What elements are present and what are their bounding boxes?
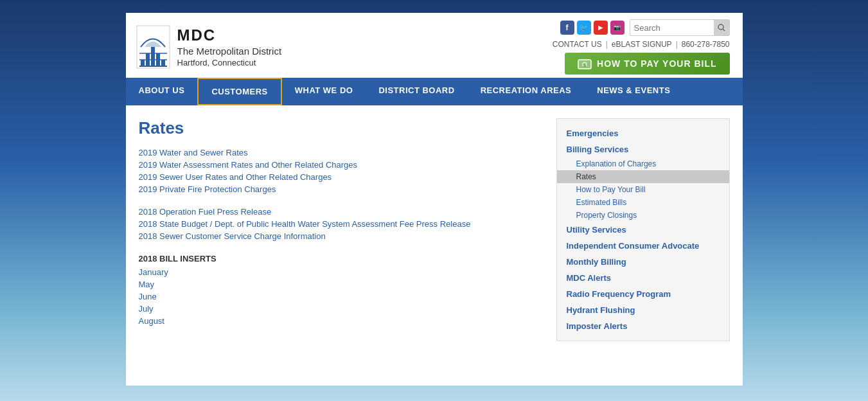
pay-bill-button[interactable]: $ HOW TO PAY YOUR BILL	[565, 53, 729, 75]
nav-what-we-do[interactable]: WHAT WE DO	[282, 78, 366, 105]
nav-news-events[interactable]: NEWS & EVENTS	[584, 78, 683, 105]
insert-may[interactable]: May	[139, 280, 544, 289]
logo-line1: The Metropolitan District	[177, 44, 282, 58]
pipe-1: |	[606, 40, 608, 49]
svg-rect-3	[151, 47, 155, 66]
header-right: f 🐦 ▶ 📷 CONTACT US |	[553, 19, 730, 75]
link-2018-operation-fuel[interactable]: 2018 Operation Fuel Press Release	[139, 207, 544, 217]
instagram-icon[interactable]: 📷	[610, 21, 624, 35]
svg-text:$: $	[583, 63, 587, 68]
sidebar-how-to-pay[interactable]: How to Pay Your Bill	[557, 183, 729, 196]
nav-customers[interactable]: CUSTOMERS	[197, 78, 281, 105]
svg-point-9	[718, 24, 723, 30]
facebook-icon[interactable]: f	[560, 21, 574, 35]
sidebar-billing-services[interactable]: Billing Services	[557, 141, 729, 157]
sidebar-mdc-alerts[interactable]: MDC Alerts	[557, 270, 729, 286]
search-button[interactable]	[714, 20, 729, 35]
sidebar-property-closings[interactable]: Property Closings	[557, 209, 729, 222]
link-2019-water-sewer[interactable]: 2019 Water and Sewer Rates	[139, 148, 544, 157]
sidebar-independent-consumer[interactable]: Independent Consumer Advocate	[557, 238, 729, 254]
contact-row: CONTACT US | eBLAST SIGNUP | 860-278-785…	[553, 40, 730, 49]
contact-us-link[interactable]: CONTACT US	[553, 40, 602, 49]
sidebar-emergencies[interactable]: Emergencies	[557, 125, 729, 141]
sidebar-estimated-bills[interactable]: Estimated Bills	[557, 196, 729, 209]
sidebar-explanation-charges[interactable]: Explanation of Charges	[557, 157, 729, 170]
main-navigation: ABOUT US CUSTOMERS WHAT WE DO DISTRICT B…	[126, 78, 743, 105]
link-2019-sewer-user[interactable]: 2019 Sewer User Rates and Other Related …	[139, 172, 544, 182]
logo-line2: Hartford, Connecticut	[177, 58, 282, 67]
page-title: Rates	[139, 118, 544, 138]
main-content: Rates 2019 Water and Sewer Rates 2019 Wa…	[139, 118, 544, 350]
insert-january[interactable]: January	[139, 267, 544, 277]
sidebar-hydrant-flushing[interactable]: Hydrant Flushing	[557, 302, 729, 318]
social-search-row: f 🐦 ▶ 📷	[560, 19, 730, 36]
youtube-icon[interactable]: ▶	[594, 21, 608, 35]
pay-bill-label: HOW TO PAY YOUR BILL	[597, 58, 716, 69]
bill-inserts-title: 2018 BILL INSERTS	[139, 254, 544, 263]
insert-june[interactable]: June	[139, 292, 544, 301]
twitter-icon[interactable]: 🐦	[577, 21, 591, 35]
sidebar-imposter-alerts[interactable]: Imposter Alerts	[557, 318, 729, 334]
phone-number: 860-278-7850	[682, 40, 730, 49]
svg-rect-5	[161, 60, 165, 66]
search-input[interactable]	[630, 22, 714, 34]
search-bar	[630, 19, 730, 36]
logo-text: MDC The Metropolitan District Hartford, …	[177, 26, 282, 67]
svg-rect-1	[141, 60, 145, 66]
sidebar-monthly-billing[interactable]: Monthly Billing	[557, 254, 729, 270]
nav-district-board[interactable]: DISTRICT BOARD	[366, 78, 467, 105]
sidebar: Emergencies Billing Services Explanation…	[556, 118, 730, 341]
insert-july[interactable]: July	[139, 304, 544, 314]
sidebar-utility-services[interactable]: Utility Services	[557, 222, 729, 238]
svg-line-10	[723, 29, 725, 31]
logo-area: MDC The Metropolitan District Hartford, …	[136, 24, 282, 69]
sidebar-radio-frequency[interactable]: Radio Frequency Program	[557, 286, 729, 302]
pipe-2: |	[676, 40, 678, 49]
content-area: Rates 2019 Water and Sewer Rates 2019 Wa…	[126, 105, 743, 362]
logo-svg	[136, 24, 171, 69]
logo-mdc-text: MDC	[177, 26, 282, 44]
link-2019-water-assessment[interactable]: 2019 Water Assessment Rates and Other Re…	[139, 160, 544, 170]
social-icons: f 🐦 ▶ 📷	[560, 21, 624, 35]
sidebar-rates[interactable]: Rates	[557, 170, 729, 183]
nav-recreation-areas[interactable]: RECREATION AREAS	[468, 78, 585, 105]
link-2018-sewer-customer[interactable]: 2018 Sewer Customer Service Charge Infor…	[139, 231, 544, 241]
link-2018-state-budget[interactable]: 2018 State Budget / Dept. of Public Heal…	[139, 219, 544, 229]
eblast-signup-link[interactable]: eBLAST SIGNUP	[612, 40, 672, 49]
nav-about-us[interactable]: ABOUT US	[126, 78, 198, 105]
insert-august[interactable]: August	[139, 316, 544, 326]
link-2019-private-fire[interactable]: 2019 Private Fire Protection Charges	[139, 184, 544, 194]
